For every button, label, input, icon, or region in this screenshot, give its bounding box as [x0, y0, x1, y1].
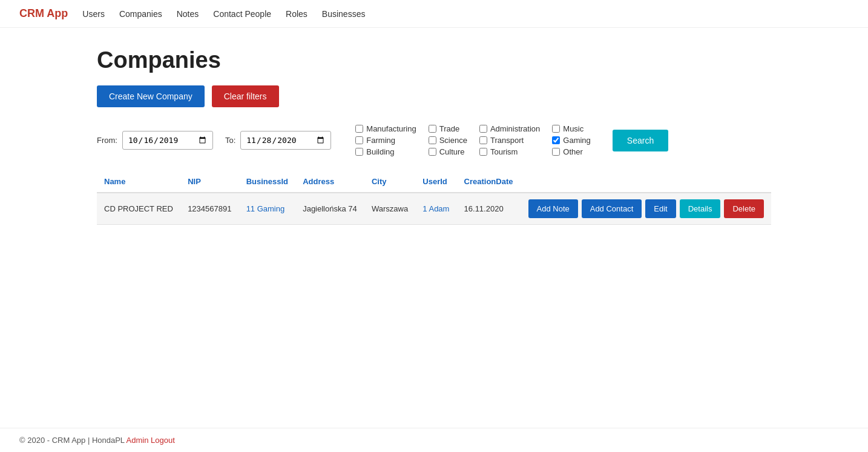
col-nip: NIP	[180, 171, 238, 193]
nav-notes[interactable]: Notes	[177, 9, 199, 19]
checkbox-manufacturing-input[interactable]	[355, 125, 363, 133]
checkbox-farming[interactable]: Farming	[355, 136, 416, 145]
add-contact-button[interactable]: Add Contact	[582, 199, 642, 218]
checkbox-transport-input[interactable]	[479, 136, 487, 144]
checkbox-building[interactable]: Building	[355, 147, 416, 156]
checkbox-farming-input[interactable]	[355, 136, 363, 144]
to-date-input[interactable]	[240, 131, 331, 150]
filter-row: From: To: Manufacturing Farming Build	[97, 124, 771, 156]
row-actions: Add Note Add Contact Edit Details Delete	[528, 199, 764, 218]
col-user-id: UserId	[415, 171, 456, 193]
navbar: CRM App Users Companies Notes Contact Pe…	[0, 0, 868, 28]
checkboxes-group: Manufacturing Farming Building Trade	[355, 124, 591, 156]
checkbox-transport[interactable]: Transport	[479, 136, 540, 145]
checkbox-culture[interactable]: Culture	[429, 147, 467, 156]
checkbox-culture-input[interactable]	[429, 148, 436, 156]
col-address: Address	[295, 171, 364, 193]
cell-name: CD PROJECT RED	[97, 193, 180, 225]
checkbox-trade[interactable]: Trade	[429, 124, 467, 133]
user-id-link[interactable]: 1 Adam	[422, 204, 449, 213]
cell-city: Warszawa	[364, 193, 415, 225]
date-to-group: To:	[225, 131, 331, 150]
clear-filters-button[interactable]: Clear filters	[212, 85, 279, 107]
cell-address: Jagiellońska 74	[295, 193, 364, 225]
col-creation-date: CreationDate	[457, 171, 521, 193]
table-row: CD PROJECT RED 1234567891 11 Gaming Jagi…	[97, 193, 771, 225]
table-header-row: Name NIP BusinessId Address City UserId …	[97, 171, 771, 193]
companies-table-container: Name NIP BusinessId Address City UserId …	[97, 171, 771, 225]
nav-brand: CRM App	[19, 7, 68, 20]
checkbox-music-input[interactable]	[552, 125, 560, 133]
col-actions	[521, 171, 771, 193]
toolbar: Create New Company Clear filters	[97, 85, 771, 107]
cell-business-id: 11 Gaming	[239, 193, 296, 225]
checkbox-col-2: Trade Science Culture	[429, 124, 467, 156]
cell-creation-date: 16.11.2020	[457, 193, 521, 225]
checkbox-tourism-input[interactable]	[479, 148, 487, 156]
col-city: City	[364, 171, 415, 193]
checkbox-manufacturing[interactable]: Manufacturing	[355, 124, 416, 133]
checkbox-administration[interactable]: Administration	[479, 124, 540, 133]
business-id-link[interactable]: 11 Gaming	[246, 204, 285, 213]
nav-businesses[interactable]: Businesses	[322, 9, 366, 19]
checkbox-science[interactable]: Science	[429, 136, 467, 145]
add-note-button[interactable]: Add Note	[528, 199, 578, 218]
checkbox-trade-input[interactable]	[429, 125, 436, 133]
nav-companies[interactable]: Companies	[119, 9, 162, 19]
cell-nip: 1234567891	[180, 193, 238, 225]
checkbox-gaming-input[interactable]	[552, 136, 560, 144]
checkbox-col-1: Manufacturing Farming Building	[355, 124, 416, 156]
checkbox-administration-input[interactable]	[479, 125, 487, 133]
checkbox-other[interactable]: Other	[552, 147, 591, 156]
companies-table: Name NIP BusinessId Address City UserId …	[97, 171, 771, 225]
nav-contact-people[interactable]: Contact People	[213, 9, 271, 19]
checkbox-building-input[interactable]	[355, 148, 363, 156]
checkbox-gaming[interactable]: Gaming	[552, 136, 591, 145]
nav-roles[interactable]: Roles	[286, 9, 307, 19]
checkbox-other-input[interactable]	[552, 148, 560, 156]
nav-users[interactable]: Users	[82, 9, 105, 19]
checkbox-col-3: Administration Transport Tourism	[479, 124, 540, 156]
main-content: Companies Create New Company Clear filte…	[0, 28, 868, 244]
cell-user-id: 1 Adam	[415, 193, 456, 225]
details-button[interactable]: Details	[680, 199, 721, 218]
from-label: From:	[97, 136, 117, 145]
col-business-id: BusinessId	[239, 171, 296, 193]
col-name: Name	[97, 171, 180, 193]
create-company-button[interactable]: Create New Company	[97, 85, 205, 107]
page-title: Companies	[97, 47, 771, 73]
date-from-group: From:	[97, 131, 213, 150]
from-date-input[interactable]	[122, 131, 213, 150]
checkbox-col-4: Music Gaming Other	[552, 124, 591, 156]
checkbox-music[interactable]: Music	[552, 124, 591, 133]
cell-actions: Add Note Add Contact Edit Details Delete	[521, 193, 771, 225]
search-button[interactable]: Search	[613, 130, 668, 151]
checkbox-science-input[interactable]	[429, 136, 436, 144]
to-label: To:	[225, 136, 235, 145]
checkbox-tourism[interactable]: Tourism	[479, 147, 540, 156]
edit-button[interactable]: Edit	[645, 199, 676, 218]
delete-button[interactable]: Delete	[724, 199, 764, 218]
